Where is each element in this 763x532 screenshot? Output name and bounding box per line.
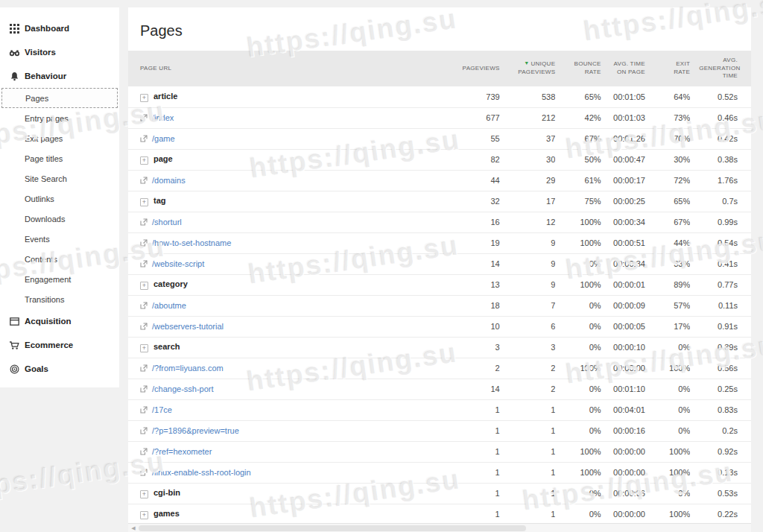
unique-pageviews-cell: 9 xyxy=(500,232,556,253)
expand-icon[interactable]: + xyxy=(140,156,148,165)
page-url-link[interactable]: /?p=1896&preview=true xyxy=(152,426,239,435)
folder-label[interactable]: article xyxy=(153,92,177,101)
expand-icon[interactable]: + xyxy=(140,344,148,352)
page-url-cell: +games xyxy=(128,504,446,523)
sidebar-item-page-titles[interactable]: Page titles xyxy=(0,148,119,168)
sidebar-item-engagement[interactable]: Engagement xyxy=(0,269,119,289)
page-url-link[interactable]: /domains xyxy=(152,176,186,185)
page-url-link[interactable]: /?from=liyuans.com xyxy=(152,364,224,373)
avg-time-cell: 00:00:34 xyxy=(601,253,645,274)
sidebar-item-exit-pages[interactable]: Exit pages xyxy=(0,128,119,148)
expand-icon[interactable]: + xyxy=(140,511,148,519)
sidebar-item-outlinks[interactable]: Outlinks xyxy=(0,189,119,209)
column-header-bounce-rate[interactable]: BOUNCE RATE xyxy=(555,51,601,86)
folder-label[interactable]: cgi-bin xyxy=(153,488,180,497)
bounce-rate-cell: 75% xyxy=(555,191,601,212)
column-header-exit-rate[interactable]: EXIT RATE xyxy=(645,51,690,86)
folder-label[interactable]: page xyxy=(153,154,173,163)
avg-time-cell: 00:00:16 xyxy=(601,420,645,441)
external-link-icon[interactable] xyxy=(140,113,152,122)
expand-icon[interactable]: + xyxy=(140,490,148,498)
expand-icon[interactable]: + xyxy=(140,282,148,290)
bounce-rate-cell: 0% xyxy=(555,483,601,504)
pageviews-cell: 1 xyxy=(446,399,500,420)
external-link-icon[interactable] xyxy=(140,301,152,310)
page-url-link[interactable]: /shorturl xyxy=(152,218,182,227)
folder-label[interactable]: category xyxy=(153,279,188,288)
sidebar-item-ecommerce[interactable]: Ecommerce xyxy=(0,333,119,357)
external-link-icon[interactable] xyxy=(140,405,152,414)
exit-rate-cell: 100% xyxy=(645,504,690,523)
grid-icon xyxy=(9,23,19,34)
sidebar-item-goals[interactable]: Goals xyxy=(0,357,119,381)
page-url-link[interactable]: /webservers-tutorial xyxy=(152,322,224,331)
sidebar-item-transitions[interactable]: Transitions xyxy=(0,289,119,309)
page-url-link[interactable]: /how-to-set-hostname xyxy=(152,238,231,247)
bounce-rate-cell: 65% xyxy=(555,86,601,107)
bounce-rate-cell: 50% xyxy=(555,149,601,170)
sidebar-nav: DashboardVisitorsBehaviourPagesEntry pag… xyxy=(0,16,119,381)
page-url-link[interactable]: /index xyxy=(152,113,174,122)
folder-label[interactable]: tag xyxy=(153,196,166,205)
page-url-link[interactable]: /17ce xyxy=(152,405,172,414)
sidebar-item-behaviour[interactable]: Behaviour xyxy=(0,64,119,88)
sidebar-item-acquisition[interactable]: Acquisition xyxy=(0,309,119,333)
scroll-left-arrow-icon[interactable]: ◀ xyxy=(128,525,139,531)
column-header-pageviews[interactable]: PAGEVIEWS xyxy=(446,51,500,86)
sidebar-item-visitors[interactable]: Visitors xyxy=(0,40,119,64)
bounce-rate-cell: 67% xyxy=(555,128,601,149)
page-url-cell: +category xyxy=(128,274,446,295)
expand-icon[interactable]: + xyxy=(140,198,148,206)
external-link-icon[interactable] xyxy=(140,426,152,435)
unique-pageviews-cell: 3 xyxy=(500,337,556,358)
page-url-link[interactable]: /website-script xyxy=(152,259,204,268)
column-header-avg-generation-time[interactable]: AVG. GENERATION TIME xyxy=(690,51,751,86)
exit-rate-cell: 44% xyxy=(645,232,690,253)
sidebar-item-dashboard[interactable]: Dashboard xyxy=(0,16,119,40)
sidebar-item-events[interactable]: Events xyxy=(0,229,119,249)
window-icon xyxy=(9,316,19,326)
pageviews-cell: 44 xyxy=(446,170,500,191)
analytics-app: { "watermark": { "text": "https://qing.s… xyxy=(0,0,763,532)
scrollbar-thumb[interactable] xyxy=(139,525,526,531)
column-header-avg-time-on-page[interactable]: AVG. TIME ON PAGE xyxy=(601,51,645,86)
avg-time-cell: 00:00:00 xyxy=(601,441,645,462)
external-link-icon[interactable] xyxy=(140,364,152,373)
avg-time-cell: 00:00:00 xyxy=(601,504,645,523)
avg-generation-cell: 0.39s xyxy=(690,337,751,358)
external-link-icon[interactable] xyxy=(140,238,152,247)
column-header-page-url[interactable]: PAGE URL xyxy=(128,51,446,86)
column-header-unique-pageviews[interactable]: ▼UNIQUE PAGEVIEWS xyxy=(500,51,556,86)
avg-time-cell: 00:00:05 xyxy=(601,316,645,337)
avg-generation-cell: 0.77s xyxy=(690,274,751,295)
external-link-icon[interactable] xyxy=(140,176,152,185)
folder-label[interactable]: search xyxy=(153,342,180,351)
external-link-icon[interactable] xyxy=(140,322,152,331)
external-link-icon[interactable] xyxy=(140,218,152,227)
page-url-link[interactable]: /change-ssh-port xyxy=(152,384,214,393)
external-link-icon[interactable] xyxy=(140,134,152,143)
page-url-link[interactable]: /linux-enable-ssh-root-login xyxy=(152,468,251,477)
exit-rate-cell: 33% xyxy=(645,253,690,274)
expand-icon[interactable]: + xyxy=(140,94,148,102)
pageviews-cell: 19 xyxy=(446,232,500,253)
page-url-link[interactable]: /aboutme xyxy=(152,301,186,310)
sidebar-item-pages[interactable]: Pages xyxy=(1,88,118,108)
page-url-link[interactable]: /?ref=hexometer xyxy=(152,447,212,456)
sidebar-item-site-search[interactable]: Site Search xyxy=(0,168,119,189)
sidebar-item-downloads[interactable]: Downloads xyxy=(0,209,119,229)
bounce-rate-cell: 61% xyxy=(555,170,601,191)
external-link-icon[interactable] xyxy=(140,259,152,268)
avg-time-cell: 00:00:25 xyxy=(601,191,645,212)
bounce-rate-cell: 0% xyxy=(555,295,601,316)
pageviews-cell: 14 xyxy=(446,253,500,274)
target-icon xyxy=(9,364,19,374)
horizontal-scrollbar[interactable]: ◀ xyxy=(128,523,751,532)
external-link-icon[interactable] xyxy=(140,468,152,477)
external-link-icon[interactable] xyxy=(140,447,152,456)
folder-label[interactable]: games xyxy=(153,509,180,518)
sidebar-item-contents[interactable]: Contents xyxy=(0,249,119,269)
page-url-link[interactable]: /game xyxy=(152,134,175,143)
sidebar-item-entry-pages[interactable]: Entry pages xyxy=(0,108,119,128)
external-link-icon[interactable] xyxy=(140,384,152,393)
